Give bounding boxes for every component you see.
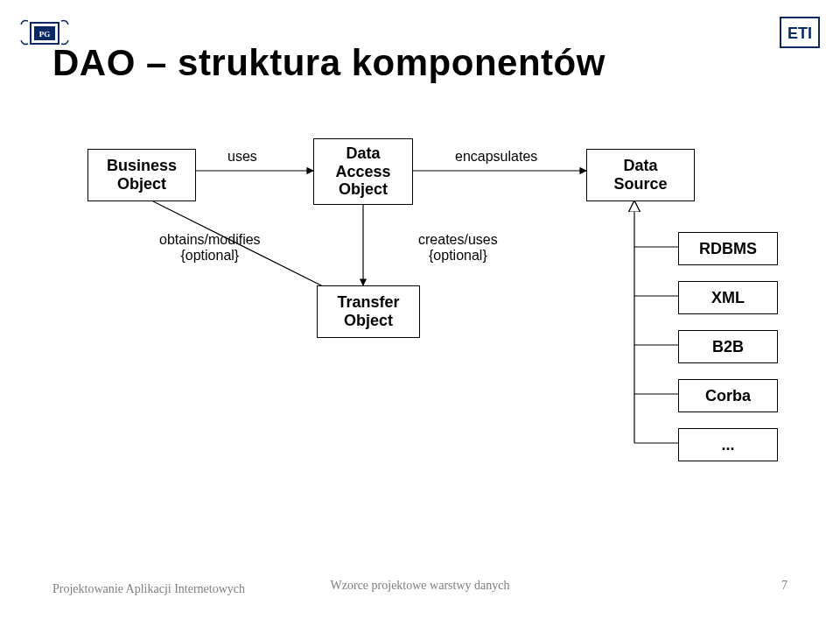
box-data-source: Data Source <box>586 149 695 201</box>
label-uses: uses <box>228 149 257 165</box>
footer-left: Projektowanie Aplikacji Internetowych <box>52 582 245 597</box>
box-data-access-object: Data Access Object <box>313 138 413 205</box>
label-creates-uses: creates/uses {optional} <box>418 232 498 263</box>
box-corba: Corba <box>678 379 778 412</box>
box-ellipsis: ... <box>678 428 778 461</box>
footer-page: 7 <box>781 579 788 593</box>
label-encapsulates: encapsulates <box>455 149 537 165</box>
box-transfer-object: Transfer Object <box>317 285 420 338</box>
box-business-object: Business Object <box>88 149 196 201</box>
box-rdbms: RDBMS <box>678 232 778 265</box>
label-obtains-modifies: obtains/modifies {optional} <box>159 232 261 263</box>
box-xml: XML <box>678 281 778 314</box>
box-b2b: B2B <box>678 330 778 363</box>
footer-center: Wzorce projektowe warstwy danych <box>331 579 510 593</box>
